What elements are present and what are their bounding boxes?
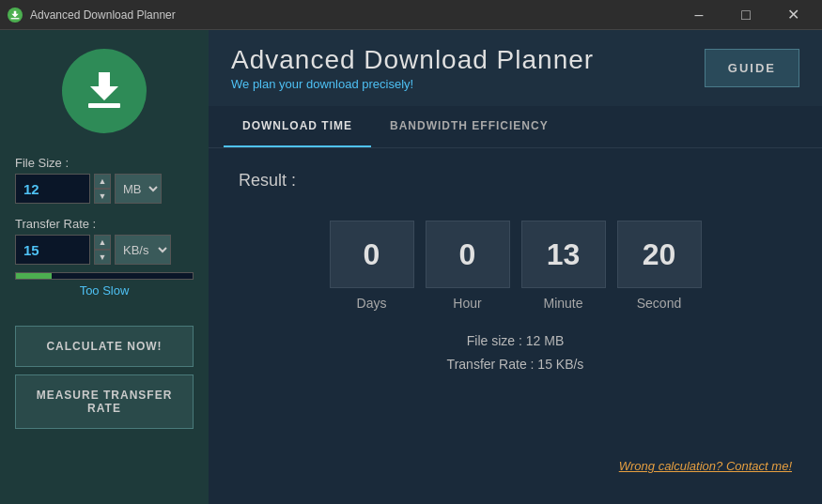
file-size-spinners: ▲ ▼ — [94, 174, 111, 204]
wrong-calc-area: Wrong calculation? Contact me! — [239, 457, 792, 481]
guide-button[interactable]: GUIDE — [705, 49, 799, 87]
calculate-button[interactable]: CALCULATE NOW! — [15, 326, 194, 367]
svg-rect-1 — [88, 103, 120, 108]
progress-fill — [16, 273, 52, 279]
transfer-rate-input-row: ▲ ▼ KB/s B/s MB/s GB/s — [15, 235, 194, 265]
tab-download-time[interactable]: DOWNLOAD TIME — [224, 106, 371, 147]
minutes-unit: 13 Minute — [521, 221, 606, 311]
header-title-area: Advanced Download Planner We plan your d… — [231, 45, 594, 91]
close-button[interactable]: ✕ — [771, 0, 814, 30]
sidebar: File Size : ▲ ▼ MB B KB GB TB Transfer R… — [0, 30, 209, 504]
wrong-calc-link[interactable]: Wrong calculation? Contact me! — [619, 459, 792, 473]
title-bar: Advanced Download Planner – □ ✕ — [0, 0, 822, 30]
file-size-up[interactable]: ▲ — [94, 174, 111, 189]
transfer-rate-group: Transfer Rate : ▲ ▼ KB/s B/s MB/s GB/s T… — [15, 217, 194, 313]
hours-unit: 0 Hour — [426, 221, 510, 311]
measure-transfer-rate-button[interactable]: MEASURE TRANSFER RATE — [15, 374, 194, 429]
days-unit: 0 Days — [330, 221, 414, 311]
maximize-button[interactable]: □ — [724, 0, 768, 30]
minimize-button[interactable]: – — [677, 0, 721, 30]
file-size-info: File size : 12 MB — [239, 329, 792, 353]
transfer-rate-unit[interactable]: KB/s B/s MB/s GB/s — [115, 235, 171, 265]
main-header: Advanced Download Planner We plan your d… — [209, 30, 822, 106]
title-bar-text: Advanced Download Planner — [30, 8, 677, 22]
seconds-unit: 20 Second — [617, 221, 702, 311]
app-body: File Size : ▲ ▼ MB B KB GB TB Transfer R… — [0, 30, 822, 504]
file-size-group: File Size : ▲ ▼ MB B KB GB TB — [15, 156, 194, 204]
transfer-rate-progress — [15, 272, 194, 280]
seconds-value: 20 — [617, 221, 702, 288]
tab-bandwidth-efficiency[interactable]: BANDWIDTH EFFICIENCY — [371, 106, 567, 147]
app-subtitle: We plan your download precisely! — [231, 77, 594, 91]
result-label: Result : — [239, 171, 792, 191]
app-title: Advanced Download Planner — [231, 45, 594, 75]
file-size-input[interactable] — [15, 174, 90, 204]
transfer-rate-spinners: ▲ ▼ — [94, 235, 111, 265]
hours-value: 0 — [426, 221, 510, 288]
window-controls: – □ ✕ — [677, 0, 814, 30]
time-display: 0 Days 0 Hour 13 Minute 20 Second — [239, 221, 792, 311]
transfer-rate-up[interactable]: ▲ — [94, 235, 111, 250]
transfer-rate-info: Transfer Rate : 15 KB/s — [239, 353, 792, 376]
tab-content: Result : 0 Days 0 Hour 13 Minute 20 Seco… — [209, 148, 822, 504]
minutes-value: 13 — [521, 221, 606, 288]
tabs: DOWNLOAD TIME BANDWIDTH EFFICIENCY — [209, 106, 822, 148]
svg-rect-0 — [11, 18, 20, 19]
transfer-rate-label: Transfer Rate : — [15, 217, 194, 231]
days-value: 0 — [330, 221, 414, 288]
hours-label: Hour — [453, 296, 481, 311]
speed-status: Too Slow — [15, 283, 194, 298]
minutes-label: Minute — [543, 296, 582, 311]
file-size-unit[interactable]: MB B KB GB TB — [115, 174, 162, 204]
transfer-rate-input[interactable] — [15, 235, 90, 265]
seconds-label: Second — [637, 296, 681, 311]
app-icon — [8, 8, 23, 23]
file-size-input-row: ▲ ▼ MB B KB GB TB — [15, 174, 194, 204]
info-area: File size : 12 MB Transfer Rate : 15 KB/… — [239, 329, 792, 376]
main-content: Advanced Download Planner We plan your d… — [209, 30, 822, 504]
transfer-rate-down[interactable]: ▼ — [94, 250, 111, 265]
days-label: Days — [357, 296, 387, 311]
download-icon — [81, 68, 128, 115]
file-size-label: File Size : — [15, 156, 194, 170]
file-size-down[interactable]: ▼ — [94, 189, 111, 204]
logo — [62, 49, 147, 133]
